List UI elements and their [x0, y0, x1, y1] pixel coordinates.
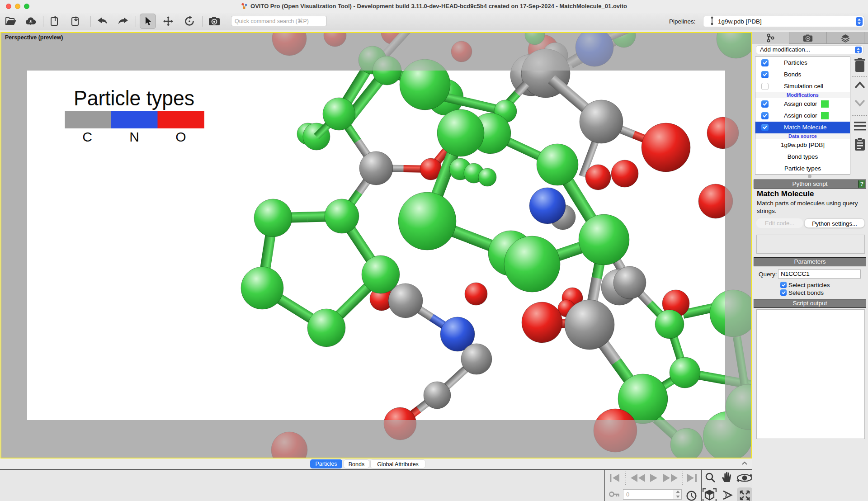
python-settings-button[interactable]: Python settings... [804, 218, 865, 228]
select-particles-label: Select particles [788, 282, 830, 288]
query-label: Query: [759, 271, 777, 278]
pipeline-icon [710, 16, 714, 27]
remote-import-button[interactable] [23, 14, 39, 29]
toolbar-separator [682, 472, 683, 485]
rotate-mode-button[interactable] [181, 14, 198, 29]
toolbar-separator [202, 16, 203, 27]
zoom-tool-button[interactable] [705, 472, 716, 485]
pipeline-item-simulation-cell[interactable]: Simulation cell [755, 80, 850, 92]
animation-settings-button[interactable] [686, 491, 697, 501]
viewport-perspective[interactable]: Particle typesCNO Perspective (preview) [0, 32, 752, 458]
modifier-title: Match Molecule [757, 189, 814, 199]
play-button[interactable] [650, 473, 658, 484]
view-direction-button[interactable] [722, 490, 733, 501]
tab-overlays[interactable] [827, 32, 864, 44]
pipeline-stepper-icon[interactable] [856, 17, 863, 26]
svg-text:N: N [129, 129, 139, 144]
data-inspector-tabstrip: Particles Bonds Global Attributes [0, 458, 868, 469]
redo-button[interactable] [115, 14, 131, 29]
auto-key-button[interactable] [609, 491, 620, 499]
pipeline-item-assign-color-2[interactable]: Assign color [755, 110, 850, 122]
pipeline-item-particles[interactable]: Particles [755, 57, 850, 69]
query-input[interactable]: N1CCCC1 [778, 269, 861, 279]
render-button[interactable] [206, 14, 222, 29]
add-modification-stepper-icon[interactable] [855, 47, 862, 53]
section-python-script: Python script ? [754, 180, 866, 189]
pipeline-item-bonds[interactable]: Bonds [755, 69, 850, 80]
toolbar-separator [625, 472, 626, 485]
toggle-modifier-menu-button[interactable] [852, 121, 868, 131]
delete-modifier-button[interactable] [852, 57, 868, 72]
save-state-button[interactable] [47, 14, 63, 29]
move-modifier-up-button[interactable] [852, 81, 868, 89]
checkbox-checked-icon[interactable] [761, 71, 769, 78]
checkbox-checked-icon[interactable] [761, 124, 769, 131]
select-mode-button[interactable] [140, 14, 156, 29]
pipeline-item-particle-types[interactable]: Particle types [755, 163, 850, 175]
tab-pipeline[interactable] [752, 32, 789, 44]
step-back-button[interactable] [630, 473, 646, 484]
animation-toolbar: 0 [0, 469, 868, 501]
list-resize-grip[interactable] [808, 175, 811, 178]
toolbar-separator [136, 16, 136, 27]
current-frame-spinbox[interactable]: 0 [623, 489, 682, 500]
toolbar-separator [604, 470, 605, 501]
svg-text:Particle types: Particle types [74, 86, 194, 110]
undo-button[interactable] [94, 14, 111, 29]
jump-to-start-button[interactable] [609, 473, 620, 484]
modifier-status-box [756, 235, 865, 254]
main-toolbar: Pipelines: 1g9w.pdb [PDB] [0, 13, 868, 30]
checkbox-unchecked-icon[interactable] [761, 83, 769, 90]
viewport-label[interactable]: Perspective (preview) [5, 34, 63, 41]
tab-particles[interactable]: Particles [310, 459, 342, 468]
help-button[interactable]: ? [858, 180, 865, 188]
toolbar-separator [90, 16, 91, 27]
checkbox-checked-icon[interactable] [761, 100, 769, 108]
current-frame-value: 0 [626, 491, 629, 498]
maximize-viewport-button[interactable] [737, 487, 753, 501]
window-title: OVITO Pro (Open Visualization Tool) - De… [0, 0, 868, 13]
move-mode-button[interactable] [160, 14, 176, 29]
jump-to-end-button[interactable] [686, 473, 697, 484]
edit-code-button[interactable]: Edit code... [756, 218, 803, 228]
load-state-button[interactable] [68, 14, 84, 29]
quick-command-search-input[interactable] [231, 16, 327, 26]
collapse-inspector-icon[interactable] [741, 460, 748, 468]
pipeline-item-source-file[interactable]: 1g9w.pdb [PDB] [755, 139, 850, 151]
copy-pipeline-button[interactable] [852, 137, 868, 151]
pipeline-item-match-molecule[interactable]: Match Molecule [755, 122, 850, 133]
orbit-tool-button[interactable] [736, 473, 753, 485]
zoom-scene-extents-button[interactable] [703, 488, 717, 501]
move-modifier-down-button[interactable] [852, 99, 868, 107]
checkbox-checked-icon[interactable] [761, 59, 769, 66]
modifier-description: Match parts of molecules using query str… [757, 200, 865, 215]
toolbar-separator [43, 16, 43, 27]
open-file-button[interactable] [3, 14, 19, 29]
pipeline-item-bond-types[interactable]: Bond types [755, 151, 850, 163]
select-bonds-checkbox[interactable] [780, 289, 787, 296]
add-modification-dropdown[interactable]: Add modification... [756, 45, 863, 54]
section-parameters: Parameters [754, 257, 866, 266]
tab-render[interactable] [789, 32, 827, 44]
checkbox-checked-icon[interactable] [761, 112, 769, 119]
section-script-output: Script output [754, 299, 866, 308]
title-bar: OVITO Pro (Open Visualization Tool) - De… [0, 0, 868, 13]
add-modification-label: Add modification... [760, 46, 810, 53]
svg-text:C: C [82, 129, 92, 144]
pipeline-section-modifications: Modifications [755, 92, 850, 98]
select-particles-checkbox[interactable] [780, 282, 787, 288]
color-swatch[interactable] [821, 100, 829, 108]
color-swatch[interactable] [821, 112, 829, 119]
frame-spinner-arrows[interactable] [674, 490, 681, 499]
step-forward-button[interactable] [663, 473, 678, 484]
app-icon [241, 1, 248, 14]
tab-global-attributes[interactable]: Global Attributes [370, 459, 425, 468]
molecule-scene: Particle typesCNO [1, 33, 751, 458]
command-panel-tabs [752, 32, 868, 44]
pan-tool-button[interactable] [721, 471, 732, 484]
pipeline-list: Particles Bonds Simulation cell Modifica… [755, 57, 850, 175]
tab-bonds[interactable]: Bonds [344, 459, 369, 468]
pipeline-item-assign-color-1[interactable]: Assign color [755, 98, 850, 110]
pipeline-section-data-source: Data source [755, 133, 850, 139]
pipeline-selector[interactable]: 1g9w.pdb [PDB] [703, 16, 864, 27]
